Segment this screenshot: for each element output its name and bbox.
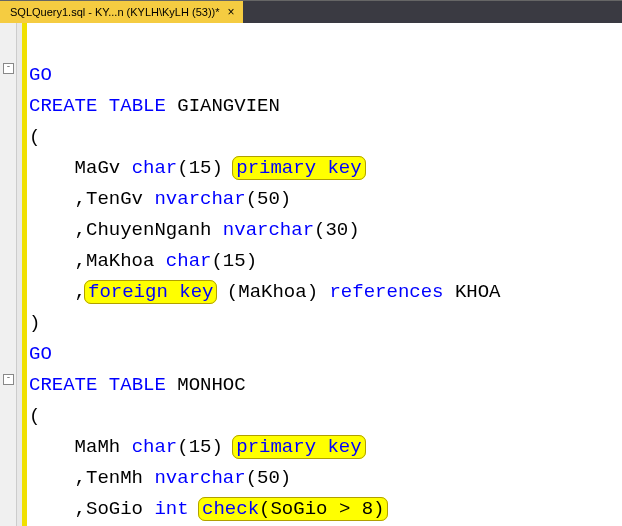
datatype: char bbox=[132, 157, 178, 179]
highlight: check(SoGio > 8) bbox=[198, 497, 388, 521]
code-area[interactable]: GO CREATE TABLE GIANGVIEN ( MaGv char(15… bbox=[27, 23, 501, 526]
text: (SoGio > 8) bbox=[259, 498, 384, 520]
paren: ) bbox=[29, 312, 40, 334]
column-def: ,ChuyenNganh bbox=[29, 219, 223, 241]
highlight: primary key bbox=[232, 435, 365, 459]
close-icon[interactable]: × bbox=[226, 6, 237, 18]
gutter: - - bbox=[0, 23, 17, 526]
tab-bar: SQLQuery1.sql - KY...n (KYLH\KyLH (53))*… bbox=[0, 1, 622, 23]
keyword: CREATE bbox=[29, 374, 97, 396]
file-tab[interactable]: SQLQuery1.sql - KY...n (KYLH\KyLH (53))*… bbox=[0, 1, 243, 23]
keyword: primary key bbox=[236, 157, 361, 179]
column-def: MaMh bbox=[29, 436, 132, 458]
highlight: foreign key bbox=[84, 280, 217, 304]
datatype: nvarchar bbox=[154, 467, 245, 489]
keyword: primary key bbox=[236, 436, 361, 458]
datatype: int bbox=[154, 498, 188, 520]
column-def: ,TenGv bbox=[29, 188, 154, 210]
text: KHOA bbox=[444, 281, 501, 303]
datatype: nvarchar bbox=[154, 188, 245, 210]
collapse-icon[interactable]: - bbox=[3, 63, 14, 74]
outline-bar bbox=[17, 23, 22, 526]
text: (15) bbox=[211, 250, 257, 272]
keyword: references bbox=[329, 281, 443, 303]
keyword: CREATE bbox=[29, 95, 97, 117]
text: (15) bbox=[177, 157, 234, 179]
keyword: check bbox=[202, 498, 259, 520]
text: (15) bbox=[177, 436, 234, 458]
keyword: foreign key bbox=[88, 281, 213, 303]
keyword: TABLE bbox=[109, 374, 166, 396]
tab-title: SQLQuery1.sql - KY...n (KYLH\KyLH (53))* bbox=[10, 6, 220, 18]
keyword: TABLE bbox=[109, 95, 166, 117]
column-def: ,SoGio bbox=[29, 498, 154, 520]
text: (30) bbox=[314, 219, 360, 241]
text: , bbox=[29, 281, 86, 303]
column-def: ,TenMh bbox=[29, 467, 154, 489]
text: (MaKhoa) bbox=[215, 281, 329, 303]
code-editor[interactable]: - - GO CREATE TABLE GIANGVIEN ( MaGv cha… bbox=[0, 23, 622, 526]
highlight: primary key bbox=[232, 156, 365, 180]
column-def: ,MaKhoa bbox=[29, 250, 166, 272]
column-def: MaGv bbox=[29, 157, 132, 179]
text: (50) bbox=[246, 188, 292, 210]
paren: ( bbox=[29, 405, 40, 427]
text: (50) bbox=[246, 467, 292, 489]
keyword: GO bbox=[29, 64, 52, 86]
paren: ( bbox=[29, 126, 40, 148]
datatype: char bbox=[132, 436, 178, 458]
identifier: MONHOC bbox=[166, 374, 246, 396]
collapse-icon[interactable]: - bbox=[3, 374, 14, 385]
keyword: GO bbox=[29, 343, 52, 365]
identifier: GIANGVIEN bbox=[166, 95, 280, 117]
datatype: char bbox=[166, 250, 212, 272]
datatype: nvarchar bbox=[223, 219, 314, 241]
